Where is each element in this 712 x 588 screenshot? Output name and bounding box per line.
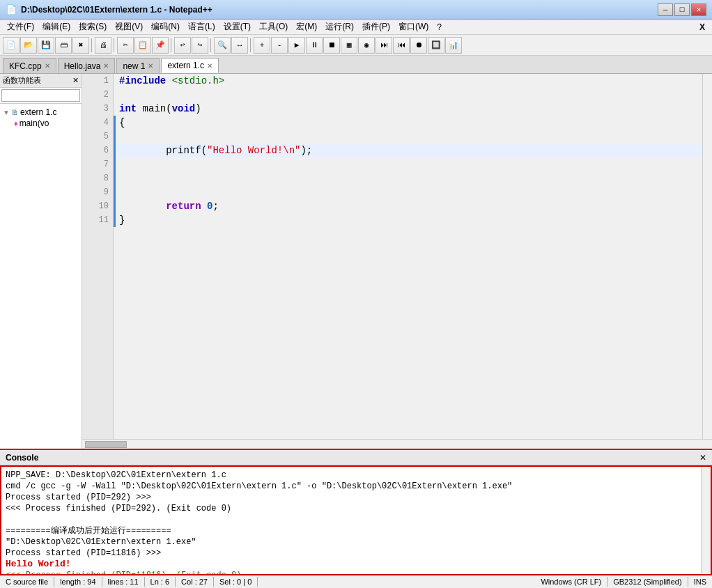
code-indent xyxy=(119,145,166,156)
console-panel: Console ✕ NPP_SAVE: D:\Desktop\02C\01Ext… xyxy=(0,449,712,574)
code-brace-close: } xyxy=(119,215,125,226)
status-filetype: C source file xyxy=(6,578,48,586)
code-line-8[interactable] xyxy=(114,171,702,185)
code-line-2[interactable] xyxy=(114,88,702,102)
tab-extern-close[interactable]: ✕ xyxy=(207,62,212,70)
editor-container: 1 2 3 4 5 6 7 8 9 10 11 #i xyxy=(82,74,712,449)
menu-plugins[interactable]: 插件(P) xyxy=(358,20,394,34)
menu-macro[interactable]: 宏(M) xyxy=(292,20,321,34)
menu-window[interactable]: 窗口(W) xyxy=(394,20,433,34)
code-line-1[interactable]: #include <stdio.h> xyxy=(114,74,702,88)
tool-redo[interactable]: ↪ xyxy=(192,37,208,54)
menu-language[interactable]: 语言(L) xyxy=(184,20,219,34)
status-lines: lines : 11 xyxy=(108,578,139,586)
code-line-11[interactable]: } xyxy=(114,213,702,227)
code-line-4[interactable]: - { xyxy=(114,116,702,130)
editor-vscrollbar[interactable] xyxy=(702,74,712,439)
code-content[interactable]: #include <stdio.h> int main( void ) - { xyxy=(114,74,702,439)
tool-b2[interactable]: ⏸ xyxy=(306,37,323,54)
tool-b8[interactable]: ⏺ xyxy=(410,37,427,54)
menu-help[interactable]: ? xyxy=(433,21,446,33)
title-bar: 📄 D:\Desktop\02C\01Extern\extern 1.c - N… xyxy=(0,0,712,20)
status-sep-5 xyxy=(213,577,214,587)
console-line-5 xyxy=(6,514,706,525)
code-line-7[interactable] xyxy=(114,157,702,171)
sidebar-search-input[interactable] xyxy=(1,89,80,102)
tab-new1-close[interactable]: ✕ xyxy=(148,62,153,70)
tool-b6[interactable]: ⏭ xyxy=(376,37,392,54)
menu-edit[interactable]: 编辑(E) xyxy=(38,20,75,34)
hscroll-thumb[interactable] xyxy=(85,441,127,448)
tool-paste[interactable]: 📌 xyxy=(152,37,169,54)
status-sep-6 xyxy=(257,577,258,587)
tool-open[interactable]: 📂 xyxy=(20,37,37,54)
status-ln: Ln : 6 xyxy=(150,578,170,586)
minimize-button[interactable]: — xyxy=(658,3,673,16)
maximize-button[interactable]: □ xyxy=(674,3,690,16)
code-kw-void: void xyxy=(172,103,196,114)
menu-file[interactable]: 文件(F) xyxy=(3,20,38,34)
tab-extern-label: extern 1.c xyxy=(167,61,204,70)
console-vscrollbar[interactable] xyxy=(701,467,711,574)
tool-b7[interactable]: ⏮ xyxy=(393,37,410,54)
tool-close[interactable]: ✖ xyxy=(72,37,89,54)
tool-replace[interactable]: ↔ xyxy=(231,37,248,54)
code-line-10[interactable]: return 0 ; xyxy=(114,199,702,213)
tool-b5[interactable]: ◉ xyxy=(358,37,375,54)
tab-kfc[interactable]: KFC.cpp ✕ xyxy=(3,58,56,73)
code-line-6[interactable]: printf( "Hello World!\n" ); xyxy=(114,144,702,157)
menu-settings[interactable]: 设置(T) xyxy=(219,20,255,34)
tool-new[interactable]: 📄 xyxy=(3,37,20,54)
menu-tools[interactable]: 工具(O) xyxy=(255,20,292,34)
tool-save[interactable]: 💾 xyxy=(38,37,54,54)
status-sep-2 xyxy=(102,577,102,587)
toolbar-sep-5 xyxy=(250,38,251,52)
tab-new1[interactable]: new 1 ✕ xyxy=(116,58,160,73)
tool-zoom-out[interactable]: - xyxy=(271,37,288,54)
line-num-3: 3 xyxy=(82,102,113,116)
code-indent-return xyxy=(119,201,166,212)
sidebar-close-btn[interactable]: ✕ xyxy=(72,76,79,85)
tab-hello-label: Hello.java xyxy=(64,61,101,71)
tool-find[interactable]: 🔍 xyxy=(214,37,231,54)
sidebar-tree: ▼ 🗎 extern 1.c ♦ main(vo xyxy=(0,104,82,449)
code-line-5[interactable] xyxy=(114,130,702,144)
tool-save-all[interactable]: 🗃 xyxy=(55,37,72,54)
menu-close-x[interactable]: X xyxy=(695,21,709,33)
console-title: Console xyxy=(6,453,699,463)
code-brace-open: { xyxy=(119,117,125,128)
console-line-3: Process started (PID=292) >>> xyxy=(6,492,706,503)
tool-b4[interactable]: ▦ xyxy=(341,37,357,54)
menu-encoding[interactable]: 编码(N) xyxy=(147,20,184,34)
menu-bar: 文件(F) 编辑(E) 搜索(S) 视图(V) 编码(N) 语言(L) 设置(T… xyxy=(0,20,712,35)
code-line-3[interactable]: int main( void ) xyxy=(114,102,702,116)
tool-print[interactable]: 🖨 xyxy=(95,37,111,54)
tool-b10[interactable]: 📊 xyxy=(445,37,462,54)
line-num-10: 10 xyxy=(82,199,113,213)
console-line-8: Process started (PID=11816) >>> xyxy=(6,548,706,559)
status-length: length : 94 xyxy=(60,578,95,586)
status-sep-3 xyxy=(144,577,145,587)
tool-b1[interactable]: ▶ xyxy=(288,37,305,54)
code-line-9[interactable] xyxy=(114,185,702,199)
tool-b3[interactable]: ⏹ xyxy=(323,37,340,54)
tool-cut[interactable]: ✂ xyxy=(117,37,134,54)
menu-view[interactable]: 视图(V) xyxy=(111,20,147,34)
tool-b9[interactable]: 🔲 xyxy=(428,37,444,54)
console-close-btn[interactable]: ✕ xyxy=(699,453,706,463)
menu-search[interactable]: 搜索(S) xyxy=(75,20,111,34)
menu-run[interactable]: 运行(R) xyxy=(321,20,358,34)
tool-zoom-in[interactable]: + xyxy=(254,37,270,54)
tab-hello-close[interactable]: ✕ xyxy=(103,62,109,70)
tab-hello[interactable]: Hello.java ✕ xyxy=(58,58,116,73)
tab-kfc-close[interactable]: ✕ xyxy=(45,62,50,70)
tab-extern[interactable]: extern 1.c ✕ xyxy=(161,58,219,73)
editor-hscrollbar[interactable] xyxy=(82,439,712,449)
line-num-11: 11 xyxy=(82,213,113,227)
tree-child-item[interactable]: ♦ main(vo xyxy=(14,118,79,129)
code-space2: main( xyxy=(137,103,171,114)
close-button[interactable]: ✕ xyxy=(691,3,706,16)
tree-root-item[interactable]: ▼ 🗎 extern 1.c xyxy=(3,107,79,118)
tool-copy[interactable]: 📋 xyxy=(134,37,151,54)
tool-undo[interactable]: ↩ xyxy=(174,37,191,54)
